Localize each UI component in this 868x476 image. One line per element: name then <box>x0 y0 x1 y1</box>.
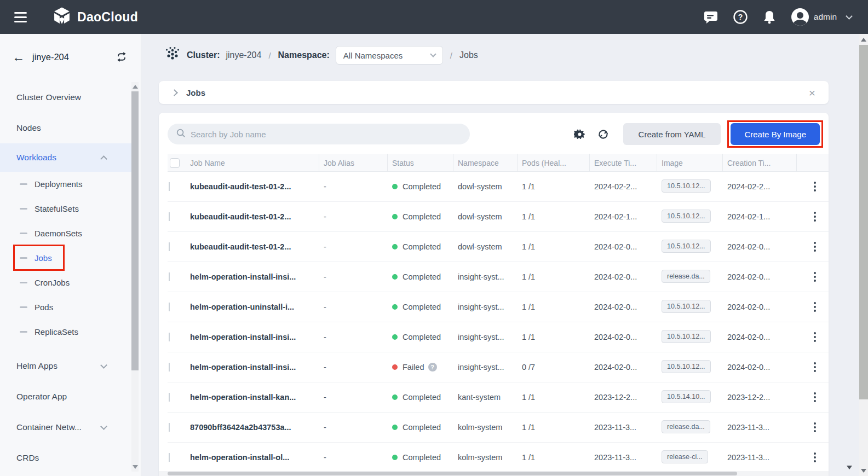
row-checkbox[interactable] <box>169 333 170 341</box>
sidebar-item-helm-apps[interactable]: Helm Apps <box>0 351 131 381</box>
select-all-checkbox[interactable] <box>170 158 180 168</box>
sidebar-item-jobs[interactable]: Jobs <box>0 246 131 270</box>
scroll-down-arrow-icon[interactable] <box>847 466 852 469</box>
brand-logo[interactable]: DaoCloud <box>52 6 138 28</box>
sidebar-item-statefulsets[interactable]: StatefulSets <box>0 196 131 221</box>
kebab-menu-icon[interactable] <box>801 240 829 254</box>
cluster-value[interactable]: jinye-204 <box>226 50 261 60</box>
close-icon[interactable]: × <box>809 87 815 98</box>
job-name[interactable]: kubeaudit-audit-test-01-2... <box>188 182 319 191</box>
job-name[interactable]: helm-operation-install-kan... <box>188 393 319 402</box>
status-text: Completed <box>403 303 441 311</box>
namespace-select[interactable]: All Namespaces <box>336 46 443 65</box>
sidebar-item-replicasets[interactable]: ReplicaSets <box>0 320 131 344</box>
menu-toggle-icon[interactable] <box>14 12 27 22</box>
failed-help-icon[interactable]: ? <box>428 363 437 371</box>
page-scrollbar-thumb[interactable] <box>859 45 868 399</box>
job-name[interactable]: kubeaudit-audit-test-01-2... <box>188 212 319 221</box>
sidebar-item-pods[interactable]: Pods <box>0 295 131 320</box>
help-icon[interactable]: ? <box>733 10 748 24</box>
status-cell: Completed <box>388 242 453 251</box>
job-name[interactable]: helm-operation-install-ol... <box>188 453 319 462</box>
sidebar-item-nodes[interactable]: Nodes <box>0 113 131 143</box>
horizontal-scrollbar-thumb[interactable] <box>168 472 737 475</box>
column-job-name[interactable]: Job Name <box>188 154 319 172</box>
sidebar-item-cluster-overview[interactable]: Cluster Overview <box>0 82 131 113</box>
sidebar-item-operator-app[interactable]: Operator App <box>0 381 131 412</box>
status-dot <box>392 364 398 370</box>
back-arrow-icon[interactable]: ← <box>12 51 25 63</box>
gear-icon[interactable] <box>574 129 585 140</box>
column-execute-time[interactable]: Execute Ti... <box>590 154 657 172</box>
column-creation-time[interactable]: Creation Ti... <box>723 154 797 172</box>
job-alias: - <box>319 303 388 311</box>
column-job-alias[interactable]: Job Alias <box>319 154 388 172</box>
row-checkbox[interactable] <box>169 393 170 402</box>
sidebar-item-container-network[interactable]: Container Netw... <box>0 412 131 443</box>
kebab-menu-icon[interactable] <box>801 450 829 465</box>
scroll-up-arrow-icon[interactable] <box>861 38 866 42</box>
kebab-menu-icon[interactable] <box>801 420 829 434</box>
message-icon[interactable] <box>704 10 718 24</box>
chevron-down-icon <box>430 51 436 57</box>
column-status[interactable]: Status <box>388 154 453 172</box>
row-checkbox[interactable] <box>169 182 170 191</box>
status-dot <box>392 455 398 460</box>
row-checkbox[interactable] <box>169 303 170 311</box>
kebab-menu-icon[interactable] <box>801 330 829 344</box>
job-name[interactable]: kubeaudit-audit-test-01-2... <box>188 242 319 251</box>
sidebar-scrollbar-thumb[interactable] <box>131 91 139 370</box>
row-checkbox[interactable] <box>169 363 170 371</box>
job-name[interactable]: helm-operation-install-insi... <box>188 272 319 281</box>
user-menu[interactable]: admin <box>791 8 837 26</box>
create-by-image-button[interactable]: Create By Image <box>731 123 820 145</box>
creation-time: 2024-02-0... <box>723 303 797 311</box>
sidebar-item-deployments[interactable]: Deployments <box>0 172 131 196</box>
column-namespace[interactable]: Namespace <box>453 154 518 172</box>
tab-jobs[interactable]: Jobs <box>186 88 205 97</box>
status-dot <box>392 394 398 400</box>
scroll-up-arrow-icon[interactable] <box>133 85 138 89</box>
sidebar-scrollbar[interactable] <box>131 82 139 472</box>
kebab-menu-icon[interactable] <box>801 390 829 404</box>
create-from-yaml-button[interactable]: Create from YAML <box>623 123 721 145</box>
chevron-right-icon[interactable] <box>171 89 178 96</box>
status-text: Completed <box>403 333 441 341</box>
refresh-icon[interactable] <box>597 129 609 140</box>
status-text: Completed <box>403 393 441 402</box>
sidebar-item-crds[interactable]: CRDs <box>0 443 131 473</box>
table-row: kubeaudit-audit-test-01-2... - Completed… <box>168 202 829 232</box>
kebab-menu-icon[interactable] <box>801 179 829 194</box>
sidebar-item-daemonsets[interactable]: DaemonSets <box>0 221 131 246</box>
row-checkbox[interactable] <box>169 453 170 462</box>
kebab-menu-icon[interactable] <box>801 270 829 284</box>
sidebar-item-cronjobs[interactable]: CronJobs <box>0 270 131 295</box>
kebab-menu-icon[interactable] <box>801 300 829 314</box>
scroll-down-arrow-icon[interactable] <box>861 469 866 473</box>
sidebar-item-workloads[interactable]: Workloads <box>0 143 131 172</box>
job-name[interactable]: helm-operation-uninstall-i... <box>188 303 319 311</box>
pods-count: 1 /1 <box>518 272 590 281</box>
switch-cluster-icon[interactable] <box>116 51 128 63</box>
row-checkbox[interactable] <box>169 423 170 432</box>
bell-icon[interactable] <box>763 10 776 24</box>
job-name[interactable]: helm-operation-install-insi... <box>188 333 319 341</box>
page-scrollbar[interactable] <box>859 34 868 476</box>
row-checkbox[interactable] <box>169 272 170 281</box>
scroll-down-arrow-icon[interactable] <box>133 465 138 469</box>
row-checkbox[interactable] <box>169 242 170 251</box>
row-checkbox[interactable] <box>169 212 170 221</box>
creation-time: 2024-02-0... <box>723 272 797 281</box>
kebab-menu-icon[interactable] <box>801 360 829 374</box>
column-image[interactable]: Image <box>657 154 723 172</box>
kebab-menu-icon[interactable] <box>801 210 829 224</box>
job-alias: - <box>319 212 388 221</box>
job-name[interactable]: 87090bff36424a2b43753a... <box>188 423 319 432</box>
user-chevron-down-icon[interactable] <box>847 16 852 19</box>
horizontal-scrollbar[interactable] <box>159 471 829 476</box>
breadcrumb: Cluster: jinye-204 / Namespace: All Name… <box>164 43 859 67</box>
search-input[interactable] <box>191 130 462 139</box>
daocloud-logo-icon <box>52 6 72 28</box>
job-name[interactable]: helm-operation-install-insi... <box>188 363 319 371</box>
column-pods[interactable]: Pods (Heal... <box>518 154 590 172</box>
